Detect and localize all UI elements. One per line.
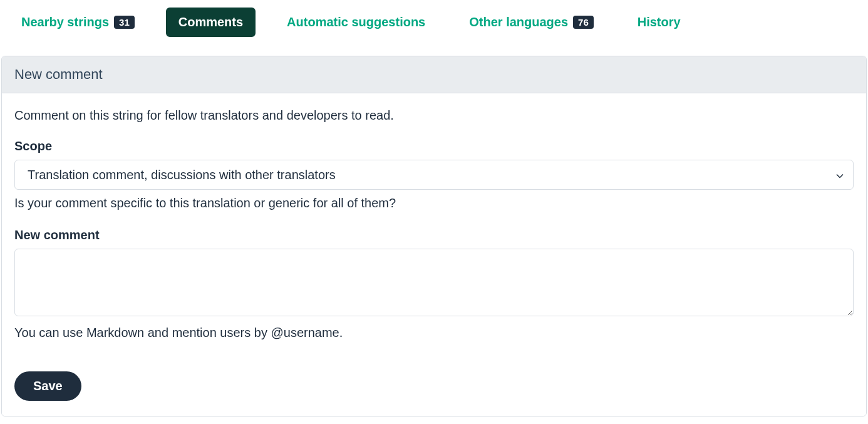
panel-body: Comment on this string for fellow transl… (2, 93, 866, 416)
tab-comments[interactable]: Comments (166, 8, 256, 37)
tab-nearby-strings[interactable]: Nearby strings 31 (9, 8, 147, 37)
scope-select-wrap: Translation comment, discussions with ot… (14, 160, 854, 190)
comment-help: You can use Markdown and mention users b… (14, 326, 854, 340)
tab-history[interactable]: History (625, 8, 693, 37)
panel-intro: Comment on this string for fellow transl… (14, 108, 854, 123)
scope-label: Scope (14, 139, 854, 153)
scope-help: Is your comment specific to this transla… (14, 196, 854, 210)
new-comment-panel: New comment Comment on this string for f… (1, 56, 867, 416)
tab-label: Nearby strings (21, 15, 109, 29)
tab-label: History (638, 15, 681, 29)
comment-textarea[interactable] (14, 249, 854, 316)
scope-select[interactable]: Translation comment, discussions with ot… (14, 160, 854, 190)
tabs-bar: Nearby strings 31 Comments Automatic sug… (0, 0, 868, 37)
tab-label: Other languages (469, 15, 568, 29)
panel-title: New comment (2, 56, 866, 93)
nearby-count-badge: 31 (114, 16, 135, 29)
languages-count-badge: 76 (573, 16, 594, 29)
tab-other-languages[interactable]: Other languages 76 (457, 8, 606, 37)
tab-label: Automatic suggestions (287, 15, 425, 29)
tab-automatic-suggestions[interactable]: Automatic suggestions (274, 8, 438, 37)
tab-label: Comments (178, 15, 243, 29)
comment-label: New comment (14, 228, 854, 242)
save-button[interactable]: Save (14, 371, 81, 401)
